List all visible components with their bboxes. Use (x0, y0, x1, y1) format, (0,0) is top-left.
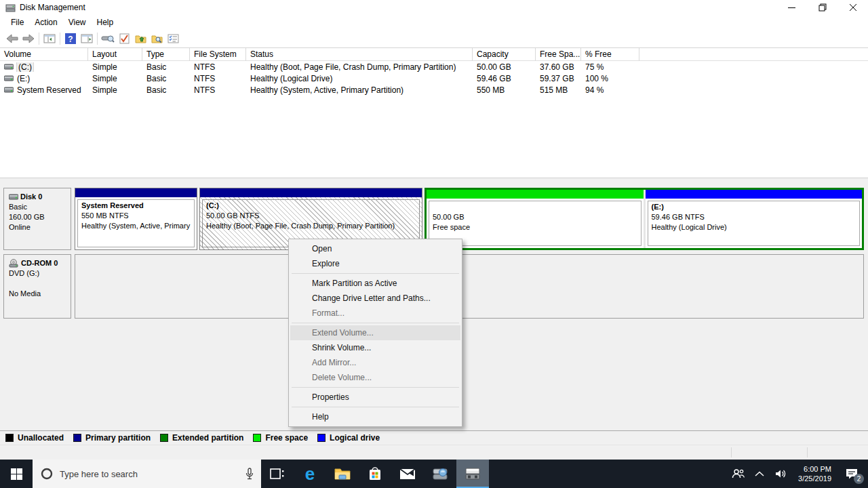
legend-swatch (73, 434, 81, 442)
cdrom-panel[interactable]: CD-ROM 0 DVD (G:) No Media (3, 254, 71, 319)
task-view-button[interactable] (261, 460, 294, 488)
cell-capacity: 50.00 GB (473, 62, 536, 72)
folder-search-icon[interactable] (149, 31, 165, 46)
people-icon[interactable] (728, 460, 748, 488)
column-header-layout[interactable]: Layout (88, 48, 142, 61)
cell-pct-free: 94 % (581, 85, 639, 95)
screen: Disk Management File Action View Help (0, 0, 868, 488)
menu-help[interactable]: Help (92, 16, 119, 28)
menu-item-open[interactable]: Open (290, 241, 460, 256)
table-row-c[interactable]: (C:) Simple Basic NTFS Healthy (Boot, Pa… (0, 61, 868, 73)
minimize-button[interactable] (776, 0, 807, 15)
toolbar: ? (0, 30, 868, 48)
disk-kind: Basic (9, 202, 69, 212)
partition-title: (C:) (206, 201, 416, 211)
action-center-button[interactable]: 2 (838, 460, 865, 488)
column-header-volume[interactable]: Volume (0, 48, 88, 61)
menu-item-shrink-volume[interactable]: Shrink Volume... (290, 340, 460, 355)
menu-item-change-drive-letter[interactable]: Change Drive Letter and Paths... (290, 291, 460, 306)
menu-item-explore[interactable]: Explore (290, 256, 460, 271)
menu-separator (292, 407, 459, 407)
microphone-icon[interactable] (245, 468, 254, 480)
cdrom-empty-region[interactable] (75, 254, 864, 319)
legend-item-free-space: Free space (253, 433, 308, 443)
menu-item-delete-volume: Delete Volume... (290, 370, 460, 385)
system-tray: 6:00 PM 3/25/2019 2 (728, 460, 868, 488)
menu-view[interactable]: View (63, 16, 92, 28)
menu-separator (292, 387, 459, 388)
partition-title: System Reserved (81, 201, 191, 211)
taskbar-store[interactable] (359, 460, 391, 488)
status-bar (0, 445, 868, 460)
taskbar-disk-management-active[interactable] (456, 460, 489, 488)
menu-file[interactable]: File (5, 16, 29, 28)
taskbar-edge[interactable]: e (294, 460, 326, 488)
volume-speaker-icon[interactable] (771, 460, 791, 488)
cell-status: Healthy (System, Active, Primary Partiti… (246, 85, 473, 95)
legend-swatch (5, 434, 14, 442)
cell-capacity: 59.46 GB (473, 74, 536, 83)
file-explorer-icon (334, 467, 351, 481)
volume-table-header: Volume Layout Type File System Status Ca… (0, 48, 868, 61)
help-icon[interactable]: ? (62, 31, 79, 46)
clock-time: 6:00 PM (798, 464, 831, 474)
cell-file-system: NTFS (190, 74, 246, 83)
cell-pct-free: 75 % (581, 62, 639, 72)
partition-e[interactable]: (E:) 59.46 GB NTFS Healthy (Logical Driv… (646, 190, 863, 248)
taskbar-file-explorer[interactable] (326, 460, 359, 488)
search-box[interactable]: Type here to search (33, 460, 261, 488)
partition-status: Healthy (System, Active, Primary (81, 221, 191, 231)
taskbar-disk-tool[interactable] (424, 460, 456, 488)
rescan-disks-icon[interactable] (100, 31, 116, 46)
column-header-file-system[interactable]: File System (190, 48, 246, 61)
free-space-size: 50.00 GB (433, 212, 637, 222)
check-volume-icon[interactable] (116, 31, 132, 46)
primary-partition-band (75, 188, 197, 197)
forward-icon[interactable] (20, 31, 37, 46)
column-header-free-space[interactable]: Free Spa... (536, 48, 581, 61)
show-console-tree-icon[interactable] (41, 31, 58, 46)
cell-free-space: 515 MB (536, 85, 581, 95)
disk0-panel[interactable]: Disk 0 Basic 160.00 GB Online (3, 188, 71, 250)
mail-icon (399, 468, 416, 480)
menu-item-properties[interactable]: Properties (290, 390, 460, 405)
menu-item-help[interactable]: Help (290, 409, 460, 424)
titlebar: Disk Management (0, 0, 868, 15)
volume-icon (4, 87, 14, 94)
menu-action[interactable]: Action (29, 16, 62, 28)
menu-item-format: Format... (290, 306, 460, 321)
cell-type: Basic (142, 85, 190, 95)
start-button[interactable] (0, 460, 33, 488)
taskbar-mail[interactable] (391, 460, 424, 488)
legend-item-primary-partition: Primary partition (73, 433, 151, 443)
properties-list-icon[interactable] (165, 31, 181, 46)
column-header-status[interactable]: Status (246, 48, 473, 61)
disk-icon (9, 194, 18, 200)
partition-status: Healthy (Boot, Page File, Crash Dump, Pr… (206, 221, 416, 231)
pane-splitter[interactable] (0, 178, 868, 183)
cell-layout: Simple (88, 85, 142, 95)
restore-button[interactable] (807, 0, 837, 15)
partition-size: 59.46 GB NTFS (652, 212, 856, 222)
menu-item-extend-volume: Extend Volume... (290, 325, 460, 340)
volume-icon (4, 64, 14, 70)
disk-state: Online (9, 222, 69, 232)
disk-name: Disk 0 (20, 192, 42, 202)
column-header-pct-free[interactable]: % Free (581, 48, 639, 61)
show-action-pane-icon[interactable] (79, 31, 95, 46)
svg-text:?: ? (68, 35, 73, 44)
partition-system-reserved[interactable]: System Reserved 550 MB NTFS Healthy (Sys… (75, 188, 197, 250)
menu-item-mark-partition-active[interactable]: Mark Partition as Active (290, 276, 460, 291)
volume-list-pane: Volume Layout Type File System Status Ca… (0, 48, 868, 178)
table-row-system-reserved[interactable]: System Reserved Simple Basic NTFS Health… (0, 84, 868, 96)
disk-state: No Media (9, 289, 69, 299)
close-button[interactable] (837, 0, 868, 15)
back-icon[interactable] (4, 31, 20, 46)
table-row-e[interactable]: (E:) Simple Basic NTFS Healthy (Logical … (0, 73, 868, 84)
folder-up-icon[interactable] (132, 31, 149, 46)
partition-context-menu: Open Explore Mark Partition as Active Ch… (288, 239, 462, 427)
column-header-type[interactable]: Type (142, 48, 190, 61)
tray-chevron-up-icon[interactable] (749, 460, 770, 488)
taskbar-clock[interactable]: 6:00 PM 3/25/2019 (793, 464, 837, 483)
column-header-capacity[interactable]: Capacity (473, 48, 536, 61)
